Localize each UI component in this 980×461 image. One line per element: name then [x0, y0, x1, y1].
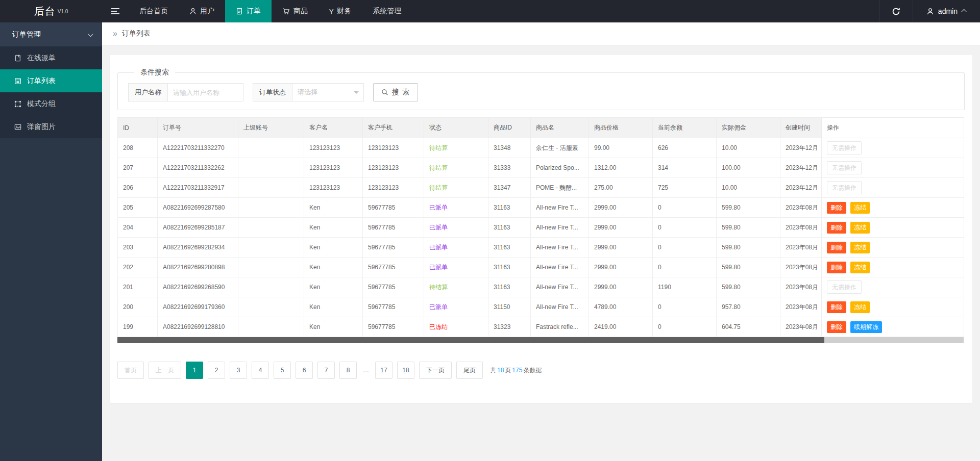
cell-balance: 0 [653, 297, 717, 317]
order-status-placeholder: 请选择 [298, 88, 317, 97]
cell-created: 2023年12月 [780, 178, 822, 198]
page-button-17[interactable]: 17 [375, 362, 393, 379]
cell-balance: 0 [653, 317, 717, 337]
user-menu[interactable]: admin [913, 0, 980, 22]
search-legend: 条件搜索 [134, 68, 175, 77]
nav-item-finance[interactable]: ¥财务 [318, 0, 362, 22]
page-button-last[interactable]: 尾页 [456, 362, 483, 379]
cell-actions: 无需操作 [822, 138, 964, 158]
order-status-select[interactable]: 请选择 [292, 83, 364, 101]
cell-customer_phone: 59677785 [363, 258, 424, 277]
page-button-3[interactable]: 3 [230, 362, 247, 379]
cell-customer_name: 123123123 [304, 178, 363, 198]
sidebar-item-popup-image[interactable]: 弹窗图片 [0, 115, 102, 138]
order-status-label: 订单状态 [253, 83, 292, 101]
page-button-6[interactable]: 6 [296, 362, 313, 379]
freeze-button[interactable]: 冻结 [850, 242, 870, 253]
cell-commission: 10.00 [717, 178, 780, 198]
cell-created: 2023年08月 [780, 218, 822, 238]
freeze-button[interactable]: 冻结 [850, 222, 870, 234]
delete-button[interactable]: 删除 [827, 262, 846, 273]
page-button-18[interactable]: 18 [397, 362, 414, 379]
cell-id: 207 [118, 158, 158, 178]
freeze-button[interactable]: 冻结 [850, 202, 870, 214]
cell-customer_phone: 59677785 [363, 297, 424, 317]
cell-product_id: 31333 [488, 158, 531, 178]
page-button-5[interactable]: 5 [274, 362, 291, 379]
cell-parent_account [238, 158, 304, 178]
sidebar-item-order-list[interactable]: 订单列表 [0, 69, 102, 92]
nav-item-label: 商品 [293, 7, 308, 16]
sidebar-group-orders[interactable]: 订单管理 [0, 22, 102, 46]
no-action-button: 无需操作 [827, 280, 862, 294]
cell-commission: 599.80 [717, 258, 780, 277]
username-label: 用户名称 [128, 83, 168, 101]
sidebar-item-label: 弹窗图片 [27, 122, 56, 132]
delete-button[interactable]: 删除 [827, 301, 846, 313]
cell-id: 201 [118, 277, 158, 297]
page-button-2[interactable]: 2 [208, 362, 225, 379]
page-button-7[interactable]: 7 [317, 362, 335, 379]
cell-balance: 0 [653, 198, 717, 218]
cell-customer_name: 123123123 [304, 138, 363, 158]
search-form: 用户名称 订单状态 请选择 搜 索 [128, 83, 954, 101]
no-action-button: 无需操作 [827, 141, 862, 155]
nav-item-orders[interactable]: 订单 [225, 0, 272, 22]
page-title: 订单列表 [122, 29, 151, 38]
search-button[interactable]: 搜 索 [373, 83, 418, 101]
user-icon [189, 8, 197, 15]
cell-actions: 删除冻结 [822, 218, 964, 238]
horizontal-scrollbar[interactable] [117, 337, 964, 343]
cell-price: 2419.00 [589, 317, 653, 337]
table-row: 200A08221692699179360Ken59677785已派单31150… [118, 297, 964, 317]
page-button-1[interactable]: 1 [186, 362, 203, 379]
cell-customer_phone: 59677785 [363, 238, 424, 258]
nav-item-system[interactable]: 系统管理 [362, 0, 412, 22]
cell-product_id: 31163 [488, 218, 531, 238]
cell-customer_name: Ken [304, 277, 363, 297]
nav-item-home[interactable]: 后台首页 [129, 0, 179, 22]
page-button-first: 首页 [117, 362, 144, 379]
page-button-next[interactable]: 下一页 [419, 362, 452, 379]
page-button-8[interactable]: 8 [339, 362, 357, 379]
cell-status: 待结算 [424, 277, 488, 297]
delete-button[interactable]: 删除 [827, 222, 846, 234]
group-icon [14, 100, 21, 108]
cell-balance: 314 [653, 158, 717, 178]
cell-product_name: All-new Fire T... [531, 297, 589, 317]
freeze-button[interactable]: 冻结 [850, 262, 870, 273]
sidebar-collapse-button[interactable] [102, 0, 129, 22]
refresh-button[interactable] [879, 0, 913, 22]
scrollbar-thumb[interactable] [117, 337, 824, 343]
delete-button[interactable]: 删除 [827, 321, 846, 333]
freeze-button[interactable]: 冻结 [850, 301, 870, 313]
app-title: 后台 [34, 5, 56, 18]
sidebar-item-online-dispatch[interactable]: 在线派单 [0, 46, 102, 69]
order-list-card: 条件搜索 用户名称 订单状态 请选择 搜 索 [110, 55, 972, 403]
table-body: 208A12221703211332270123123123123123123待… [118, 138, 964, 337]
unfreeze-button[interactable]: 续期解冻 [850, 321, 882, 333]
column-header-created: 创建时间 [780, 118, 822, 138]
page-button-4[interactable]: 4 [252, 362, 269, 379]
nav-item-users[interactable]: 用户 [179, 0, 225, 22]
table-row: 208A12221703211332270123123123123123123待… [118, 138, 964, 158]
delete-button[interactable]: 删除 [827, 202, 846, 214]
app-version: V1.0 [58, 9, 68, 14]
cell-customer_name: Ken [304, 317, 363, 337]
cell-created: 2023年08月 [780, 258, 822, 277]
app-logo: 后台 V1.0 [0, 0, 102, 22]
sidebar-item-mode-group[interactable]: 模式分组 [0, 92, 102, 115]
cell-parent_account [238, 178, 304, 198]
pagination: 首页上一页12345678…1718下一页尾页 共18页175条数据 [117, 362, 965, 379]
cell-status: 已派单 [424, 258, 488, 277]
table-header-row: ID订单号上级账号客户名客户手机状态商品ID商品名商品价格当前余额实际佣金创建时… [118, 118, 964, 138]
cell-parent_account [238, 277, 304, 297]
cell-product_name: All-new Fire T... [531, 277, 589, 297]
nav-item-products[interactable]: 商品 [272, 0, 318, 22]
delete-button[interactable]: 删除 [827, 242, 846, 253]
username-input[interactable] [168, 83, 243, 101]
sidebar-item-label: 订单列表 [27, 76, 56, 86]
summary-part: 共 [489, 367, 497, 374]
cell-parent_account [238, 317, 304, 337]
cell-price: 2999.00 [589, 258, 653, 277]
